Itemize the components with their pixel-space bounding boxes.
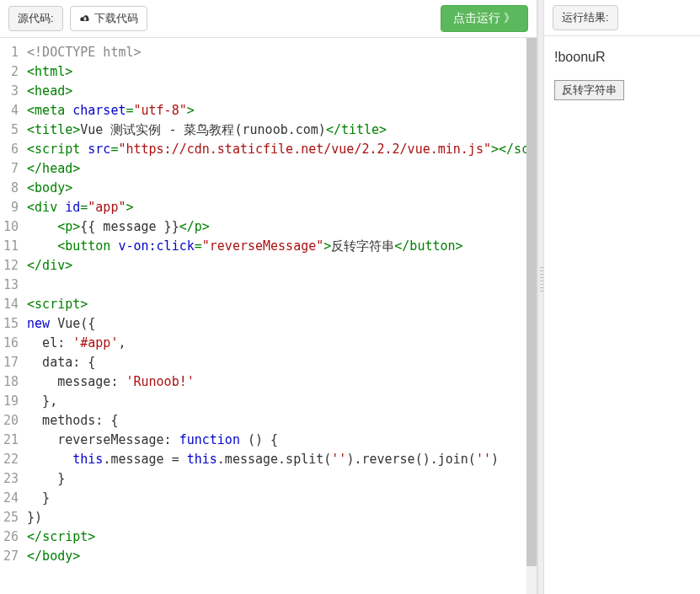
result-message: !boonuR: [554, 50, 690, 65]
toolbar-left: 源代码: 下载代码: [8, 6, 147, 31]
download-button[interactable]: 下载代码: [70, 6, 147, 31]
result-label: 运行结果:: [553, 5, 618, 30]
result-content: !boonuR 反转字符串: [544, 36, 700, 114]
result-toolbar: 运行结果:: [544, 0, 700, 36]
code-editor[interactable]: 1234567891011121314151617181920212223242…: [0, 38, 537, 594]
run-button[interactable]: 点击运行 》: [441, 5, 528, 32]
cloud-download-icon: [79, 13, 91, 24]
scrollbar-track[interactable]: [526, 38, 537, 594]
scrollbar-thumb[interactable]: [526, 38, 537, 566]
panel-divider[interactable]: [537, 0, 544, 594]
result-panel: 运行结果: !boonuR 反转字符串: [544, 0, 700, 594]
download-label: 下载代码: [94, 11, 138, 26]
source-code-label: 源代码:: [8, 6, 63, 31]
code-content[interactable]: <!DOCTYPE html> <html> <head> <meta char…: [24, 38, 537, 594]
app-container: 源代码: 下载代码 点击运行 》 12345678910111213141516…: [0, 0, 700, 594]
editor-panel: 源代码: 下载代码 点击运行 》 12345678910111213141516…: [0, 0, 537, 594]
line-gutter: 1234567891011121314151617181920212223242…: [0, 38, 24, 594]
reverse-button[interactable]: 反转字符串: [554, 80, 624, 100]
editor-toolbar: 源代码: 下载代码 点击运行 》: [0, 0, 537, 38]
